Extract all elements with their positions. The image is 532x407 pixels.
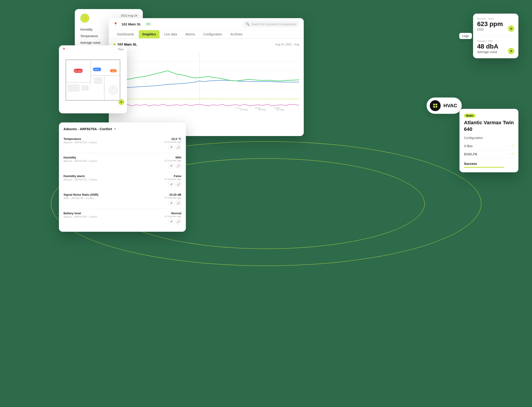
floorplan-card: 📍 Plan 502 ppm 56°C 28°: [59, 45, 127, 113]
co2-add-button[interactable]: +: [508, 25, 514, 32]
sensor-row-battery: Battery level Adeunis - ARF8275A - Confo…: [63, 209, 181, 227]
svg-point-42: [435, 104, 437, 105]
hvac-label: HVAC: [443, 103, 457, 109]
logs-badge[interactable]: Logs: [459, 33, 472, 39]
tab-live-data[interactable]: Live data: [161, 30, 181, 38]
hvac-badge: HVAC: [427, 97, 462, 114]
metric-co2: Neesiec · Aeris 623 ppm CO2 +: [473, 14, 518, 36]
sensor-chart-btn-5[interactable]: 📈: [176, 219, 181, 225]
noise-add-button[interactable]: +: [508, 48, 514, 54]
svg-point-44: [435, 106, 437, 108]
boiler-bsb: BSB/LPB ✓: [464, 150, 514, 158]
chart-dot: [113, 43, 116, 46]
tab-archives[interactable]: Archives: [227, 30, 246, 38]
sensor-card: Adeunis - ARF8275A - Confort ▼ Temperatu…: [59, 122, 186, 232]
svg-rect-37: [66, 60, 66, 101]
sensor-refresh-btn-2[interactable]: ↺: [168, 163, 174, 169]
sensor-chart-btn-4[interactable]: 📈: [176, 200, 181, 206]
sensor-row-snr: Signal Noise Ratio (SNR) Adeu - ARF8275A…: [63, 190, 181, 209]
boiler-tag: Boiler: [464, 114, 476, 118]
svg-text:502 ppm: 502 ppm: [74, 70, 82, 72]
brand-icon: ⚡: [80, 14, 89, 23]
tab-dashboards[interactable]: Dashboards: [113, 30, 138, 38]
search-icon: 🔍: [246, 22, 250, 26]
svg-text:23:00: 23:00: [274, 107, 279, 109]
svg-rect-33: [68, 85, 79, 91]
sensor-refresh-btn-3[interactable]: ↺: [168, 181, 174, 187]
floorplan-svg: 502 ppm 56°C 28°: [61, 55, 125, 105]
search-placeholder: Search for a product or equipment: [251, 23, 296, 26]
sensor-title: Adeunis - ARF8275A - Confort: [63, 127, 112, 131]
signal-badge: 4G: [145, 22, 152, 26]
svg-point-41: [433, 104, 435, 105]
svg-rect-40: [66, 100, 120, 101]
bsb-check: ✓: [511, 152, 514, 156]
metrics-card: Neesiec · Aeris 623 ppm CO2 + Neesiec · …: [473, 14, 518, 58]
search-box[interactable]: 🔍 Search for a product or equipment: [243, 21, 299, 27]
svg-text:17:00: 17:00: [236, 107, 241, 109]
svg-text:28°: 28°: [112, 70, 115, 72]
chart-date-range: Aug 24, 2022 – Aug: [275, 43, 299, 46]
svg-text:24-Aug: 24-Aug: [240, 108, 247, 111]
tab-graphics[interactable]: Graphics: [139, 30, 160, 38]
floorplan-add-button[interactable]: +: [118, 99, 124, 105]
svg-rect-34: [82, 86, 88, 90]
tab-alarms[interactable]: Alarms: [182, 30, 199, 38]
floorplan-location-icon: 📍: [62, 48, 66, 51]
svg-rect-39: [66, 60, 120, 60]
chart-svg: 60 55 50 45 40 35 30 37° 24-Aug 24-Aug 2…: [113, 48, 299, 111]
success-label: Success: [464, 162, 514, 165]
sensor-chart-btn-3[interactable]: 📈: [176, 181, 181, 187]
sensor-chart-btn-2[interactable]: 📈: [176, 163, 181, 169]
hvac-icon: [430, 100, 441, 111]
svg-text:20:00: 20:00: [255, 107, 260, 109]
tab-configuration[interactable]: Configuration: [200, 30, 226, 38]
sensor-row-temperature: Temperature Adeunis - ARF8275A - Confort…: [63, 134, 181, 153]
boiler-config-label: Configuration: [464, 136, 514, 140]
svg-point-36: [109, 86, 118, 95]
sensor-chart-btn[interactable]: 📈: [176, 144, 181, 150]
metric-noise: Neesiec · PMI 48 dbA Average noise +: [473, 36, 518, 58]
sensor-row-humidity: Humidity Adeunis - ARF8275A - Confort 58…: [63, 153, 181, 172]
main-dashboard-card: 📍 102 Main St. 4G 🔍 Search for a product…: [109, 18, 304, 136]
nav-tabs: Dashboards Graphics Live data Alarms Con…: [109, 30, 304, 39]
xbus-check: ✓: [511, 144, 514, 148]
topbar: 📍 102 Main St. 4G 🔍 Search for a product…: [109, 18, 304, 30]
chart-area: 102 Main St. Aug 24, 2022 – Aug 60 55 50…: [109, 39, 304, 116]
boiler-card: Boiler Atlantic Varmax Twin 640 Configur…: [459, 109, 518, 172]
svg-text:56°C: 56°C: [95, 69, 100, 71]
sensor-header: Adeunis - ARF8275A - Confort ▼: [63, 127, 181, 131]
svg-rect-35: [94, 78, 102, 83]
boiler-xbus: X-Bus ✓: [464, 142, 514, 150]
svg-point-43: [433, 106, 435, 108]
sensor-refresh-btn[interactable]: ↺: [168, 144, 174, 150]
floorplan-label: Plan: [118, 48, 124, 51]
location-label: 102 Main St.: [122, 22, 141, 26]
sensor-row-humidity-alarm: Humidity alarm Adeunis - ARF8275A - Conf…: [63, 172, 181, 190]
sensor-refresh-btn-4[interactable]: ↺: [168, 200, 174, 206]
sensor-refresh-btn-5[interactable]: ↺: [168, 219, 174, 225]
sensor-dropdown[interactable]: ▼: [114, 127, 116, 131]
location-icon: 📍: [113, 22, 118, 26]
boiler-title: Atlantic Varmax Twin 640: [464, 119, 514, 133]
svg-rect-38: [120, 60, 120, 101]
success-bar: [464, 167, 504, 168]
